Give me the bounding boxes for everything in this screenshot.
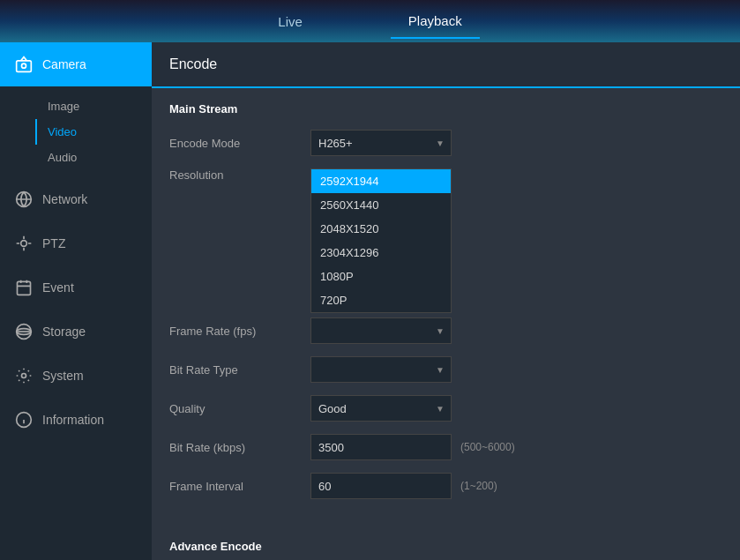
- bit-rate-row: Bit Rate (kbps) (500~6000): [169, 434, 722, 460]
- svg-point-3: [21, 241, 27, 247]
- bit-rate-type-row: Bit Rate Type: [169, 356, 722, 383]
- encode-mode-label: Encode Mode: [169, 137, 310, 150]
- frame-interval-input[interactable]: [310, 473, 452, 499]
- sidebar-item-network-label: Network: [42, 192, 87, 206]
- bit-rate-input[interactable]: [310, 434, 452, 460]
- resolution-option-0[interactable]: 2592X1944: [311, 169, 451, 193]
- advance-encode-title: Advance Encode: [169, 540, 722, 553]
- frame-rate-control: [310, 317, 452, 344]
- main-stream-section: Main Stream Encode Mode H265+ H265 H264+…: [152, 88, 740, 526]
- tab-playback[interactable]: Playback: [391, 4, 480, 39]
- resolution-option-3[interactable]: 2304X1296: [311, 241, 451, 265]
- bit-rate-type-label: Bit Rate Type: [169, 363, 310, 377]
- sidebar-item-storage-label: Storage: [42, 325, 86, 339]
- quality-row: Quality Good: [169, 395, 722, 422]
- resolution-option-2[interactable]: 2048X1520: [311, 217, 451, 241]
- frame-interval-row: Frame Interval (1~200): [169, 473, 722, 499]
- main-stream-title: Main Stream: [169, 102, 722, 116]
- camera-icon: [14, 55, 34, 74]
- page-title: Encode: [169, 56, 722, 72]
- sidebar-sub-video[interactable]: Video: [35, 119, 152, 145]
- header: Live Playback: [0, 0, 740, 42]
- main-content: Encode Main Stream Encode Mode H265+ H26…: [152, 42, 740, 560]
- system-icon: [14, 366, 34, 385]
- quality-select[interactable]: Good: [310, 395, 452, 422]
- svg-rect-0: [17, 61, 32, 72]
- encode-mode-control: H265+ H265 H264+ H264: [310, 130, 452, 156]
- sidebar-item-information-label: Information: [42, 413, 104, 427]
- resolution-option-5[interactable]: 720P: [311, 288, 451, 312]
- resolution-option-4[interactable]: 1080P: [311, 265, 451, 288]
- sidebar-sub-audio[interactable]: Audio: [35, 145, 152, 170]
- bit-rate-label: Bit Rate (kbps): [169, 441, 310, 454]
- bit-rate-type-select-wrapper[interactable]: [310, 356, 452, 383]
- event-icon: [14, 278, 34, 297]
- frame-interval-label: Frame Interval: [169, 480, 310, 493]
- resolution-row: Resolution 2592X1944 ▼ 2592X1944 2560X14…: [169, 168, 722, 195]
- bit-rate-type-select[interactable]: [310, 356, 452, 383]
- storage-icon: [14, 322, 34, 341]
- tab-live[interactable]: Live: [260, 5, 320, 38]
- svg-point-7: [22, 374, 26, 378]
- sidebar-item-ptz[interactable]: PTZ: [0, 221, 152, 265]
- frame-interval-control: [310, 473, 452, 499]
- encode-mode-row: Encode Mode H265+ H265 H264+ H264: [169, 130, 722, 156]
- sidebar-sub-image[interactable]: Image: [35, 93, 152, 119]
- resolution-control: 2592X1944 ▼ 2592X1944 2560X1440 2048X152…: [310, 168, 452, 195]
- bit-rate-type-control: [310, 356, 452, 383]
- bit-rate-control: [310, 434, 452, 460]
- frame-rate-select-wrapper[interactable]: [310, 317, 452, 344]
- quality-control: Good: [310, 395, 452, 422]
- resolution-label: Resolution: [169, 168, 310, 182]
- frame-rate-label: Frame Rate (fps): [169, 325, 310, 338]
- frame-rate-select[interactable]: [310, 317, 452, 344]
- sidebar-item-event[interactable]: Event: [0, 265, 152, 310]
- encode-mode-select-wrapper[interactable]: H265+ H265 H264+ H264: [310, 130, 452, 156]
- sidebar-item-ptz-label: PTZ: [42, 236, 65, 250]
- camera-sub-menu: Image Video Audio: [0, 86, 152, 177]
- svg-point-1: [22, 63, 26, 68]
- sidebar-item-network[interactable]: Network: [0, 177, 152, 221]
- quality-label: Quality: [169, 402, 310, 415]
- info-icon: [14, 410, 34, 429]
- encode-mode-select[interactable]: H265+ H265 H264+ H264: [310, 130, 452, 156]
- sidebar: Camera Image Video Audio Network: [0, 42, 152, 560]
- frame-rate-row: Frame Rate (fps): [169, 317, 722, 344]
- bit-rate-hint: (500~6000): [460, 441, 515, 453]
- sidebar-item-event-label: Event: [42, 280, 74, 295]
- quality-select-wrapper[interactable]: Good: [310, 395, 452, 422]
- sidebar-item-storage[interactable]: Storage: [0, 310, 152, 354]
- resolution-option-1[interactable]: 2560X1440: [311, 193, 451, 217]
- network-icon: [14, 190, 34, 209]
- svg-rect-4: [18, 281, 31, 295]
- advance-encode-section: Advance Encode Profile Baseline Profile …: [152, 526, 740, 560]
- sidebar-item-camera-label: Camera: [42, 57, 86, 71]
- sidebar-item-system-label: System: [42, 369, 84, 383]
- encode-header: Encode: [152, 42, 740, 88]
- sidebar-item-camera[interactable]: Camera: [0, 42, 152, 86]
- sidebar-item-information[interactable]: Information: [0, 398, 152, 442]
- sidebar-item-system[interactable]: System: [0, 354, 152, 398]
- frame-interval-hint: (1~200): [460, 480, 497, 492]
- ptz-icon: [14, 234, 34, 253]
- resolution-dropdown-list: 2592X1944 2560X1440 2048X1520 2304X1296 …: [310, 168, 452, 313]
- layout: Camera Image Video Audio Network: [0, 42, 740, 560]
